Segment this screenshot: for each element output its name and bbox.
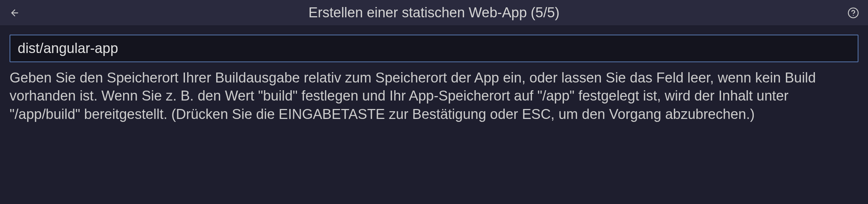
- build-output-location-input[interactable]: [10, 35, 858, 62]
- input-description: Geben Sie den Speicherort Ihrer Buildaus…: [10, 69, 858, 123]
- help-button[interactable]: [846, 6, 861, 20]
- dialog-header: Erstellen einer statischen Web-App (5/5): [0, 0, 868, 26]
- help-circle-icon: [847, 7, 859, 19]
- back-button[interactable]: [7, 6, 22, 20]
- svg-point-1: [848, 8, 858, 18]
- dialog-title: Erstellen einer statischen Web-App (5/5): [22, 5, 846, 21]
- arrow-left-icon: [10, 8, 20, 18]
- dialog-content: Geben Sie den Speicherort Ihrer Buildaus…: [0, 26, 868, 132]
